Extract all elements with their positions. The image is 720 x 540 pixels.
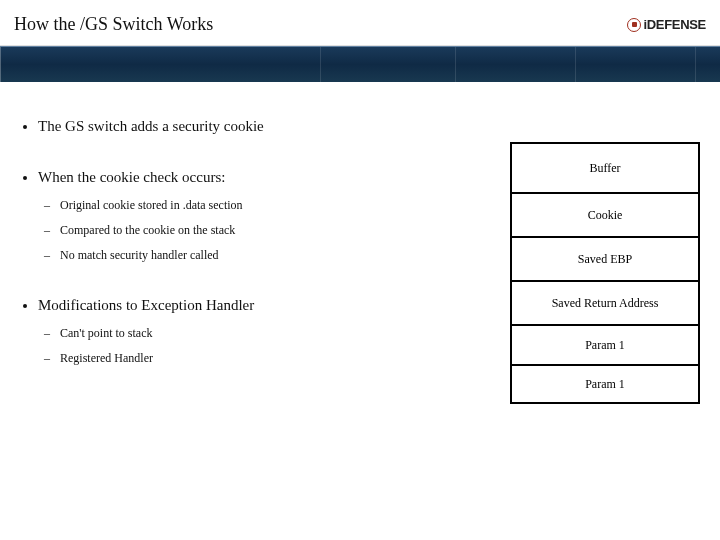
slide-header: How the /GS Switch Works iDEFENSE bbox=[0, 0, 720, 46]
sub-bullet-item: Original cookie stored in .data section bbox=[60, 198, 490, 213]
bullet-item: Modifications to Exception Handler Can't… bbox=[38, 297, 490, 366]
sub-bullet-item: Can't point to stack bbox=[60, 326, 490, 341]
bullet-text: When the cookie check occurs: bbox=[38, 169, 225, 185]
stack-row: Param 1 bbox=[510, 324, 700, 364]
stack-row: Saved Return Address bbox=[510, 280, 700, 324]
bullet-text: Modifications to Exception Handler bbox=[38, 297, 254, 313]
bullet-item: When the cookie check occurs: Original c… bbox=[38, 169, 490, 263]
stack-row: Cookie bbox=[510, 192, 700, 236]
bullet-item: The GS switch adds a security cookie bbox=[38, 118, 490, 135]
sub-bullet-item: Compared to the cookie on the stack bbox=[60, 223, 490, 238]
sub-bullet-item: Registered Handler bbox=[60, 351, 490, 366]
brand-logo: iDEFENSE bbox=[627, 17, 706, 32]
stack-row: Saved EBP bbox=[510, 236, 700, 280]
slide-content: The GS switch adds a security cookie Whe… bbox=[0, 82, 720, 414]
header-banner bbox=[0, 46, 720, 82]
shield-target-icon bbox=[627, 18, 641, 32]
bullet-column: The GS switch adds a security cookie Whe… bbox=[20, 112, 490, 404]
stack-diagram: Buffer Cookie Saved EBP Saved Return Add… bbox=[510, 142, 700, 404]
sub-bullet-item: No match security handler called bbox=[60, 248, 490, 263]
stack-row: Buffer bbox=[510, 142, 700, 192]
stack-row: Param 1 bbox=[510, 364, 700, 404]
brand-logo-text: iDEFENSE bbox=[643, 17, 706, 32]
slide-title: How the /GS Switch Works bbox=[14, 14, 213, 35]
